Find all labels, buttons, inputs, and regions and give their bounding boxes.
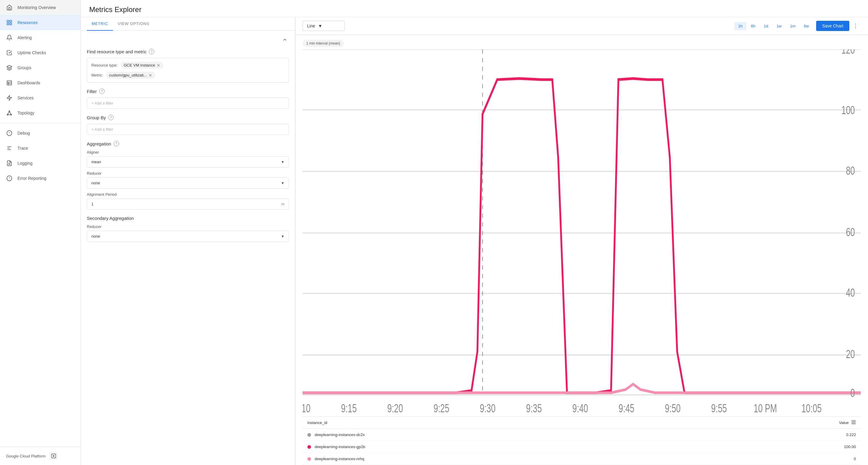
check-square-icon (6, 49, 13, 56)
reducer-dropdown[interactable]: none ▼ (87, 177, 289, 189)
chart-type-select[interactable]: Line ▼ (303, 21, 345, 31)
secondary-aggregation-section: Secondary Aggregation Reducer none ▼ (87, 215, 289, 242)
lightning-icon (6, 95, 13, 101)
time-ranges: 1h 6h 1d 1w 1m 6w Save Chart ⋮ (735, 21, 861, 31)
chart-badge: 1 min interval (mean) (303, 40, 344, 47)
svg-text:9:55: 9:55 (711, 401, 727, 414)
sidebar-item-error-reporting[interactable]: Error Reporting (0, 171, 81, 186)
aligner-dropdown[interactable]: mean ▼ (87, 156, 289, 167)
sidebar-item-label: Alerting (18, 35, 32, 40)
group-by-input[interactable]: + Add a filter (87, 124, 289, 135)
sidebar-item-label: Error Reporting (18, 176, 46, 181)
svg-line-13 (7, 112, 9, 114)
metric-chip[interactable]: custom/gpu_utilizati... ✕ (106, 72, 155, 78)
sidebar-menu-icon[interactable] (50, 452, 58, 460)
legend-name-1: deeplearning-instances-dc2x (315, 432, 846, 437)
svg-text:9:40: 9:40 (572, 401, 588, 414)
time-btn-1m[interactable]: 1m (786, 22, 799, 30)
more-options-icon[interactable]: ⋮ (850, 22, 861, 30)
svg-rect-60 (855, 421, 855, 424)
alignment-period-label: Alignment Period (87, 192, 289, 197)
chart-svg: 9:10 9:15 9:20 9:25 9:30 9:35 9:40 9:45 … (303, 49, 861, 417)
sidebar-item-label: Uptime Checks (18, 50, 46, 55)
aggregation-section: Aggregation ? Aligner mean ▼ Reducer non… (87, 141, 289, 210)
legend-value-1: 0.222 (846, 432, 856, 437)
right-panel: Line ▼ 1h 6h 1d 1w 1m 6w Save Chart ⋮ 1 … (296, 17, 868, 465)
tabs: METRIC VIEW OPTIONS (81, 17, 295, 31)
sidebar-item-monitoring-overview[interactable]: Monitoring Overview (0, 0, 81, 15)
legend-columns-icon[interactable] (851, 420, 856, 426)
resource-type-line: Resource type: GCE VM Instance ✕ (91, 62, 284, 69)
svg-rect-5 (7, 81, 12, 85)
secondary-reducer-dropdown[interactable]: none ▼ (87, 231, 289, 242)
alignment-period-input[interactable]: 1 m (87, 198, 289, 210)
svg-text:9:35: 9:35 (526, 401, 542, 414)
sidebar-item-label: Topology (18, 110, 34, 115)
error-icon (6, 175, 13, 181)
svg-text:9:25: 9:25 (433, 401, 449, 414)
legend-header-right: Value (839, 420, 856, 426)
grid-icon (6, 19, 13, 26)
sidebar-item-label: Trace (18, 146, 28, 151)
legend-dot-3 (307, 457, 311, 461)
group-by-title: Group By ? (87, 115, 289, 120)
legend-name-3: deeplearning-instances-nrhq (315, 457, 854, 461)
aggregation-title: Aggregation ? (87, 141, 289, 146)
svg-text:10 PM: 10 PM (753, 401, 777, 414)
chart-type-arrow: ▼ (318, 24, 322, 28)
svg-text:0: 0 (850, 386, 855, 399)
time-btn-6w[interactable]: 6w (800, 22, 812, 30)
google-cloud-logo: Google Cloud Platform (6, 454, 46, 458)
time-btn-1w[interactable]: 1w (773, 22, 785, 30)
filter-help-icon[interactable]: ? (99, 89, 104, 94)
sidebar-item-trace[interactable]: Trace (0, 141, 81, 156)
sidebar-item-label: Services (18, 96, 34, 100)
filter-input[interactable]: + Add a filter (87, 98, 289, 109)
collapsible-header[interactable] (87, 31, 289, 49)
sidebar-item-uptime-checks[interactable]: Uptime Checks (0, 45, 81, 60)
time-btn-1d[interactable]: 1d (760, 22, 772, 30)
svg-text:10:05: 10:05 (801, 401, 822, 414)
sidebar-item-resources[interactable]: Resources (0, 15, 81, 30)
filter-title: Filter ? (87, 89, 289, 94)
svg-point-10 (9, 111, 10, 112)
sidebar-item-groups[interactable]: Groups (0, 60, 81, 75)
page-header: Metrics Explorer (81, 0, 868, 17)
svg-text:9:30: 9:30 (480, 401, 495, 414)
aggregation-help-icon[interactable]: ? (114, 141, 119, 146)
layers-icon (6, 64, 13, 71)
svg-marker-4 (7, 65, 12, 68)
sidebar-item-logging[interactable]: Logging (0, 156, 81, 171)
reducer-dropdown-arrow: ▼ (281, 181, 284, 185)
legend-row: deeplearning-instances-nrhq 0 (303, 453, 861, 465)
sidebar-item-dashboards[interactable]: Dashboards (0, 75, 81, 90)
sidebar-item-topology[interactable]: Topology (0, 105, 81, 121)
bell-icon (6, 34, 13, 41)
resource-type-close[interactable]: ✕ (157, 63, 160, 67)
help-icon[interactable]: ? (149, 49, 154, 54)
metric-line: Metric: custom/gpu_utilizati... ✕ (91, 72, 284, 78)
home-icon (6, 4, 13, 11)
svg-text:9:15: 9:15 (341, 401, 356, 414)
secondary-reducer-label: Reducer (87, 224, 289, 229)
left-panel: METRIC VIEW OPTIONS Find resource type a… (81, 17, 296, 465)
svg-text:9:20: 9:20 (387, 401, 403, 414)
tab-metric[interactable]: METRIC (87, 17, 113, 31)
sidebar-item-label: Dashboards (18, 80, 40, 85)
svg-rect-3 (10, 23, 12, 25)
legend-column-value: Value (839, 421, 849, 425)
time-btn-6h[interactable]: 6h (747, 22, 759, 30)
time-btn-1h[interactable]: 1h (735, 22, 746, 30)
sidebar-item-label: Logging (18, 161, 33, 166)
sidebar-item-services[interactable]: Services (0, 90, 81, 105)
sidebar-item-alerting[interactable]: Alerting (0, 30, 81, 45)
resource-type-chip[interactable]: GCE VM Instance ✕ (121, 62, 163, 69)
save-chart-button[interactable]: Save Chart (816, 21, 849, 31)
group-by-help-icon[interactable]: ? (108, 115, 114, 120)
sidebar-item-debug[interactable]: Debug (0, 126, 81, 141)
svg-rect-2 (7, 23, 9, 25)
metric-close[interactable]: ✕ (149, 73, 152, 77)
sidebar-bottom: Google Cloud Platform (0, 446, 81, 465)
tab-view-options[interactable]: VIEW OPTIONS (113, 17, 154, 31)
legend-row: deeplearning-instances-gp2b 100.00 (303, 441, 861, 453)
